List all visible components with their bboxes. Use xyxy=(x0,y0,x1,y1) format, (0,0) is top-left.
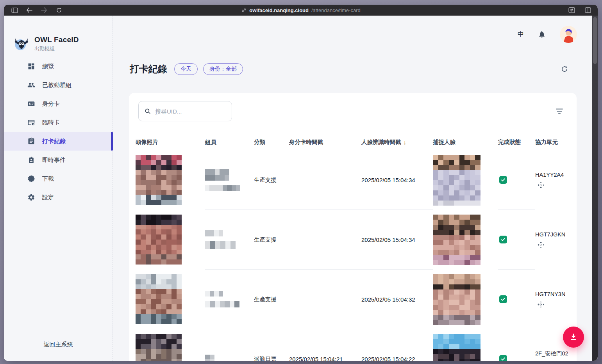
sidebar-item-label: 臨時卡 xyxy=(42,119,60,126)
page-title: 打卡紀錄 xyxy=(130,63,167,75)
page-viewport: OWL FaceID 出勤模組 總覽已啟動群組身分卡臨時卡打卡紀錄即時事件下載設… xyxy=(4,16,598,361)
brand: OWL FaceID 出勤模組 xyxy=(13,35,79,52)
category-cell: 生產支援 xyxy=(254,210,289,270)
app-title: OWL FaceID xyxy=(34,36,79,44)
column-header-4[interactable]: 人臉辨識時間戳↓ xyxy=(361,135,433,150)
unit-code: 2F_安檢門02 xyxy=(535,350,568,357)
sidebar-item-timecard[interactable]: 打卡紀錄 xyxy=(4,132,113,151)
captured-face-cell xyxy=(433,150,498,210)
column-header-5: 捕捉人臉 xyxy=(433,135,498,150)
sidebar-item-tempcard[interactable]: 臨時卡 xyxy=(4,113,113,132)
sidebar-item-label: 下載 xyxy=(42,175,54,183)
unit-cell: HGT7NY3N xyxy=(535,270,577,329)
category-cell: 生產支援 xyxy=(254,150,289,210)
blurred-member-name xyxy=(205,185,240,191)
sidebar-item-events[interactable]: 即時事件 xyxy=(4,151,113,169)
search-icon xyxy=(144,108,151,115)
filter-icon[interactable] xyxy=(556,108,563,114)
gear-icon xyxy=(27,194,35,201)
status-cell xyxy=(498,270,535,329)
pixelated-member-photo xyxy=(136,334,182,361)
records-card: 頭像照片組員分類身分卡時間戳人臉辨識時間戳↓捕捉人臉完成狀態協力單元 生產支援2… xyxy=(129,93,577,361)
browser-toolbar: owlfaceid.nanqing.cloud/attendance/time-… xyxy=(4,5,598,16)
chip-today[interactable]: 今天 xyxy=(174,63,198,75)
member-photo-cell xyxy=(136,270,205,329)
page-scrollbar[interactable] xyxy=(592,16,598,361)
captured-face-cell xyxy=(433,329,498,361)
filter-chips: 今天 身份：全部 xyxy=(174,63,243,75)
pixelated-captured-face xyxy=(433,274,481,325)
app-subtitle: 出勤模組 xyxy=(34,45,79,52)
move-icon[interactable] xyxy=(537,301,545,308)
chip-identity-all[interactable]: 身份：全部 xyxy=(203,63,243,75)
address-bar[interactable]: owlfaceid.nanqing.cloud/attendance/time-… xyxy=(241,5,360,16)
pixelated-member-photo xyxy=(136,274,182,324)
forward-icon[interactable] xyxy=(39,6,49,14)
member-photo-cell xyxy=(136,329,205,361)
captured-face-cell xyxy=(433,270,498,329)
top-utility-bar: 中 xyxy=(518,26,577,43)
unit-cell: HGT7JGKN xyxy=(535,210,577,270)
clipboard-icon xyxy=(27,137,35,145)
sidebar-item-label: 已啟動群組 xyxy=(42,82,71,89)
dashboard-icon xyxy=(27,62,35,70)
sidebar-item-overview[interactable]: 總覽 xyxy=(4,57,113,76)
url-path: /attendance/time-card xyxy=(311,7,361,13)
status-cell xyxy=(498,150,535,210)
group-icon xyxy=(27,81,35,89)
column-header-0: 頭像照片 xyxy=(136,135,205,150)
scrollbar-thumb[interactable] xyxy=(593,17,597,64)
blurred-member-name xyxy=(205,301,239,307)
blurred-member-name xyxy=(205,169,229,181)
move-icon[interactable] xyxy=(537,181,545,189)
language-toggle[interactable]: 中 xyxy=(518,30,524,39)
status-cell xyxy=(498,329,535,361)
page-settings-icon[interactable] xyxy=(566,6,577,14)
search-input[interactable] xyxy=(155,108,226,115)
return-main-system-link[interactable]: 返回主系統 xyxy=(4,341,113,348)
back-icon[interactable] xyxy=(24,6,34,14)
refresh-icon[interactable] xyxy=(561,65,568,73)
search-box xyxy=(138,101,232,121)
sidebar-item-idcard[interactable]: 身分卡 xyxy=(4,94,113,113)
blurred-member-name xyxy=(205,291,223,297)
captured-face-cell xyxy=(433,210,498,270)
table-row: 生產支援2025/02/05 15:04:34HA1YY2A4 xyxy=(129,150,577,210)
reload-icon[interactable] xyxy=(54,6,64,14)
pixelated-captured-face xyxy=(433,155,481,206)
status-checkbox-checked[interactable] xyxy=(499,355,507,361)
status-cell xyxy=(498,210,535,270)
unit-code: HA1YY2A4 xyxy=(535,172,564,178)
id-card-icon xyxy=(27,100,35,108)
sidebar-item-groups[interactable]: 已啟動群組 xyxy=(4,76,113,94)
split-view-icon[interactable] xyxy=(583,6,593,14)
sort-desc-icon[interactable]: ↓ xyxy=(404,139,407,146)
unit-code: HGT7JGKN xyxy=(535,231,565,238)
pixelated-captured-face xyxy=(433,334,481,361)
sidebar-toggle-icon[interactable] xyxy=(9,6,20,14)
member-name-cell xyxy=(205,270,254,329)
face-timestamp-cell: 2025/02/05 15:04:22 xyxy=(361,329,433,361)
status-checkbox-checked[interactable] xyxy=(499,236,507,243)
notification-bell-icon[interactable] xyxy=(538,30,546,38)
sidebar-menu: 總覽已啟動群組身分卡臨時卡打卡紀錄即時事件下載設定 xyxy=(4,57,113,207)
desktop-wallpaper: owlfaceid.nanqing.cloud/attendance/time-… xyxy=(0,0,602,364)
owl-logo-icon xyxy=(13,35,30,52)
status-checkbox-checked[interactable] xyxy=(499,176,507,184)
status-checkbox-checked[interactable] xyxy=(499,295,507,303)
download-fab-button[interactable] xyxy=(563,327,584,348)
member-name-cell xyxy=(205,150,254,210)
user-avatar[interactable] xyxy=(560,26,577,43)
move-icon[interactable] xyxy=(537,241,545,249)
column-header-6: 完成狀態 xyxy=(498,135,535,150)
sidebar-item-settings[interactable]: 設定 xyxy=(4,188,113,207)
pixelated-member-photo xyxy=(136,215,182,265)
temp-card-icon xyxy=(27,119,35,126)
id-card-timestamp-cell: 2025/02/05 15:04:21 xyxy=(289,329,361,361)
main-content: 中 打卡紀錄 xyxy=(113,16,592,361)
category-cell: 派勤日票 xyxy=(254,329,289,361)
url-host: owlfaceid.nanqing.cloud xyxy=(249,7,309,13)
sidebar-item-download[interactable]: 下載 xyxy=(4,169,113,188)
category-cell: 生產支援 xyxy=(254,270,289,329)
sidebar-item-label: 即時事件 xyxy=(42,156,66,164)
